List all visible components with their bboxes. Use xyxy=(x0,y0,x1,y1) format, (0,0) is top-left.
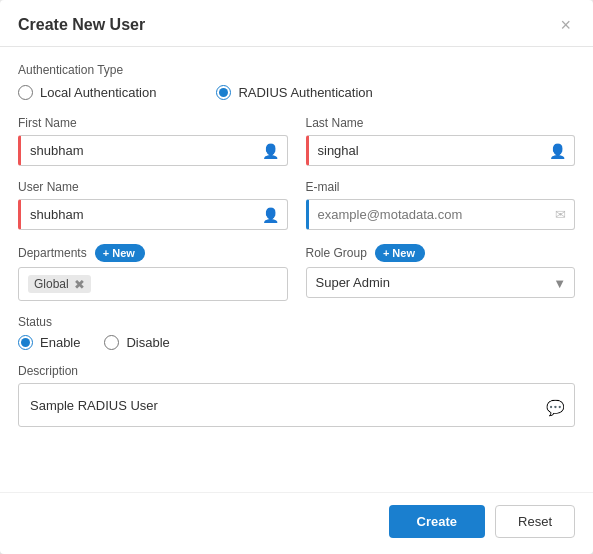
role-group-label-row: Role Group + New xyxy=(306,244,576,262)
description-label: Description xyxy=(18,364,575,378)
create-button[interactable]: Create xyxy=(389,505,485,538)
departments-label: Departments xyxy=(18,246,87,260)
local-auth-option[interactable]: Local Authentication xyxy=(18,85,156,100)
description-row: Description 💬 xyxy=(18,364,575,427)
role-group-select[interactable]: Super Admin Admin Viewer xyxy=(306,267,576,298)
enable-radio[interactable] xyxy=(18,335,33,350)
role-group-label: Role Group xyxy=(306,246,367,260)
last-name-input[interactable] xyxy=(306,135,576,166)
global-tag-label: Global xyxy=(34,277,69,291)
radius-auth-option[interactable]: RADIUS Authentication xyxy=(216,85,372,100)
status-label: Status xyxy=(18,315,575,329)
auth-type-label: Authentication Type xyxy=(18,63,575,77)
radius-auth-radio[interactable] xyxy=(216,85,231,100)
enable-option[interactable]: Enable xyxy=(18,335,80,350)
modal-title: Create New User xyxy=(18,16,145,34)
auth-type-row: Local Authentication RADIUS Authenticati… xyxy=(18,85,575,100)
first-name-col: First Name 👤 xyxy=(18,116,288,166)
disable-label: Disable xyxy=(126,335,169,350)
username-col: User Name 👤 xyxy=(18,180,288,230)
username-wrapper: 👤 xyxy=(18,199,288,230)
departments-col: Departments + New Global ✖ xyxy=(18,244,288,301)
email-col: E-mail ✉ xyxy=(306,180,576,230)
dept-role-row: Departments + New Global ✖ Role Group + … xyxy=(18,244,575,301)
disable-radio[interactable] xyxy=(104,335,119,350)
departments-box: Global ✖ xyxy=(18,267,288,301)
reset-button[interactable]: Reset xyxy=(495,505,575,538)
departments-label-row: Departments + New xyxy=(18,244,288,262)
username-label: User Name xyxy=(18,180,288,194)
global-tag-remove[interactable]: ✖ xyxy=(74,278,85,291)
first-name-label: First Name xyxy=(18,116,288,130)
status-row: Status Enable Disable xyxy=(18,315,575,350)
global-tag: Global ✖ xyxy=(28,275,91,293)
modal-footer: Create Reset xyxy=(0,492,593,554)
email-wrapper: ✉ xyxy=(306,199,576,230)
last-name-wrapper: 👤 xyxy=(306,135,576,166)
last-name-label: Last Name xyxy=(306,116,576,130)
disable-option[interactable]: Disable xyxy=(104,335,169,350)
first-name-input[interactable] xyxy=(18,135,288,166)
role-group-new-button[interactable]: + New xyxy=(375,244,425,262)
username-email-row: User Name 👤 E-mail ✉ xyxy=(18,180,575,230)
username-input[interactable] xyxy=(18,199,288,230)
name-row: First Name 👤 Last Name 👤 xyxy=(18,116,575,166)
description-wrapper: 💬 xyxy=(18,383,575,427)
modal-body: Authentication Type Local Authentication… xyxy=(0,47,593,492)
radius-auth-label: RADIUS Authentication xyxy=(238,85,372,100)
email-input[interactable] xyxy=(306,199,576,230)
description-input[interactable] xyxy=(18,383,575,427)
email-label: E-mail xyxy=(306,180,576,194)
enable-label: Enable xyxy=(40,335,80,350)
close-button[interactable]: × xyxy=(556,14,575,36)
create-user-modal: Create New User × Authentication Type Lo… xyxy=(0,0,593,554)
departments-new-button[interactable]: + New xyxy=(95,244,145,262)
modal-header: Create New User × xyxy=(0,0,593,47)
status-options: Enable Disable xyxy=(18,335,575,350)
local-auth-label: Local Authentication xyxy=(40,85,156,100)
first-name-wrapper: 👤 xyxy=(18,135,288,166)
role-group-select-wrapper: Super Admin Admin Viewer ▼ xyxy=(306,267,576,298)
role-group-col: Role Group + New Super Admin Admin Viewe… xyxy=(306,244,576,298)
local-auth-radio[interactable] xyxy=(18,85,33,100)
last-name-col: Last Name 👤 xyxy=(306,116,576,166)
